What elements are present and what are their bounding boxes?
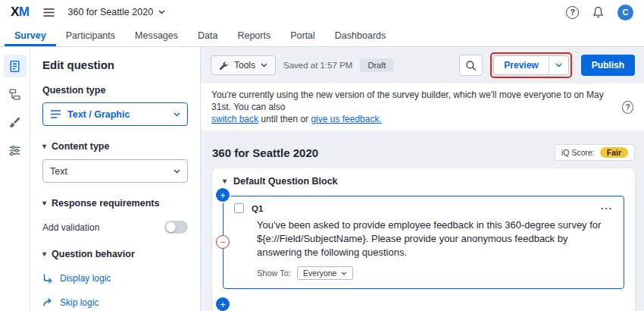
question-card-q1[interactable]: + − + Q1 ⋯ You've been asked to provide … — [223, 196, 624, 289]
iq-score-badge[interactable]: Fair — [600, 147, 628, 158]
autosave-status: Saved at 1:57 PM — [283, 61, 352, 70]
xm-logo: XM — [11, 5, 30, 20]
question-text[interactable]: You've been asked to provide employee fe… — [257, 218, 611, 259]
tab-portal[interactable]: Portal — [280, 24, 325, 46]
show-to-label: Show To: — [257, 269, 291, 278]
display-logic-icon — [42, 273, 53, 284]
add-question-above-button[interactable]: + — [216, 188, 230, 202]
chevron-down-icon — [341, 272, 347, 275]
tab-survey[interactable]: Survey — [5, 24, 56, 46]
notice-between: until then or — [258, 114, 311, 124]
collapse-caret-icon: ▾ — [42, 250, 46, 258]
survey-options-icon[interactable] — [4, 139, 27, 162]
question-block: ▾ Default Question Block + − + Q1 ⋯ You'… — [212, 168, 635, 311]
question-type-label: Question type — [42, 85, 188, 96]
display-logic-label: Display logic — [60, 273, 111, 284]
project-name: 360 for Seattle 2020 — [68, 7, 154, 17]
show-to-dropdown[interactable]: Everyone — [297, 266, 353, 280]
chevron-down-icon — [158, 10, 165, 14]
question-behavior-label: Question behavior — [52, 249, 135, 259]
preview-button[interactable]: Preview — [494, 56, 548, 74]
chevron-down-icon — [174, 112, 180, 117]
block-title: Default Question Block — [233, 176, 338, 187]
survey-title-row: 360 for Seattle 2020 iQ Score: Fair — [201, 130, 644, 161]
question-id: Q1 — [252, 204, 263, 213]
notice-line1: You're currently using the new version o… — [211, 89, 614, 113]
help-glyph: ? — [570, 8, 575, 17]
add-validation-label: Add validation — [42, 222, 99, 233]
switch-back-link[interactable]: switch back — [211, 114, 258, 124]
add-question-below-button[interactable]: + — [216, 297, 230, 311]
content-type-section-header[interactable]: ▾ Content type — [42, 141, 188, 152]
page-title: 360 for Seattle 2020 — [212, 146, 318, 159]
new-builder-notice: You're currently using the new version o… — [201, 83, 644, 130]
help-glyph: ? — [625, 102, 630, 112]
show-to-value: Everyone — [303, 269, 336, 278]
search-button[interactable] — [459, 55, 483, 76]
content-type-value: Text — [50, 166, 67, 177]
iq-score-label: iQ Score: — [561, 148, 595, 157]
skip-logic-link[interactable]: Skip logic — [42, 297, 188, 308]
help-icon[interactable]: ? — [622, 101, 633, 114]
collapse-caret-icon: ▾ — [42, 143, 46, 150]
top-bar: XM 360 for Seattle 2020 ? C — [0, 0, 644, 24]
preview-highlight-annotation: Preview — [490, 52, 571, 78]
tab-data[interactable]: Data — [188, 24, 227, 46]
skip-logic-label: Skip logic — [60, 297, 98, 308]
question-type-value: Text / Graphic — [67, 109, 130, 120]
content-type-dropdown[interactable]: Text — [42, 159, 188, 183]
display-logic-link[interactable]: Display logic — [42, 273, 188, 284]
chevron-down-icon — [261, 63, 267, 68]
draft-badge: Draft — [360, 58, 393, 72]
collapse-caret-icon: ▾ — [42, 199, 46, 207]
project-switcher[interactable]: 360 for Seattle 2020 — [68, 7, 166, 17]
preview-label: Preview — [504, 60, 538, 71]
preview-dropdown-toggle[interactable] — [549, 56, 568, 74]
add-validation-toggle[interactable] — [164, 221, 188, 234]
add-validation-row: Add validation — [42, 221, 188, 234]
text-graphic-icon — [50, 109, 61, 119]
chevron-down-icon — [555, 63, 562, 68]
skip-logic-icon — [42, 297, 53, 308]
help-icon[interactable]: ? — [566, 6, 579, 19]
question-behavior-section-header[interactable]: ▾ Question behavior — [42, 249, 188, 259]
publish-button[interactable]: Publish — [581, 55, 635, 76]
hamburger-menu-icon[interactable] — [42, 7, 56, 18]
survey-builder-icon[interactable] — [4, 55, 27, 77]
panel-title: Edit question — [42, 58, 188, 71]
search-icon — [465, 60, 477, 71]
iq-score-widget: iQ Score: Fair — [555, 144, 635, 161]
notifications-bell-icon[interactable] — [592, 6, 604, 18]
preview-split-button: Preview — [493, 55, 568, 75]
remove-question-button[interactable]: − — [216, 235, 230, 249]
block-collapse-caret-icon[interactable]: ▾ — [223, 177, 227, 185]
icon-rail — [0, 47, 30, 311]
give-feedback-link[interactable]: give us feedback. — [311, 114, 381, 124]
notice-text: You're currently using the new version o… — [211, 89, 614, 125]
tab-participants[interactable]: Participants — [56, 24, 125, 46]
avatar[interactable]: C — [617, 5, 633, 20]
tab-reports[interactable]: Reports — [227, 24, 280, 46]
question-checkbox[interactable] — [234, 203, 244, 213]
avatar-initial: C — [623, 8, 629, 17]
tab-messages[interactable]: Messages — [125, 24, 188, 46]
survey-flow-icon[interactable] — [4, 83, 27, 105]
block-header: ▾ Default Question Block — [223, 176, 624, 187]
content-type-label: Content type — [52, 141, 109, 152]
question-type-dropdown[interactable]: Text / Graphic — [42, 102, 188, 126]
look-and-feel-icon[interactable] — [4, 111, 27, 134]
response-requirements-section-header[interactable]: ▾ Response requirements — [42, 198, 188, 209]
chevron-down-icon — [174, 169, 180, 174]
notice-line2: switch back until then or give us feedba… — [211, 113, 614, 125]
wrench-icon — [219, 61, 229, 71]
tools-button[interactable]: Tools — [211, 55, 276, 75]
edit-question-panel: Edit question Question type Text / Graph… — [30, 47, 201, 311]
builder-toolbar: Tools Saved at 1:57 PM Draft Preview Pub… — [201, 47, 644, 83]
show-to-row: Show To: Everyone — [257, 265, 613, 281]
tab-dashboards[interactable]: Dashboards — [325, 24, 395, 46]
question-menu-button[interactable]: ⋯ — [600, 205, 613, 212]
question-header-row: Q1 ⋯ — [234, 203, 613, 214]
topbar-actions: ? C — [566, 5, 633, 20]
response-requirements-label: Response requirements — [52, 198, 159, 209]
logo-m: M — [19, 5, 30, 19]
